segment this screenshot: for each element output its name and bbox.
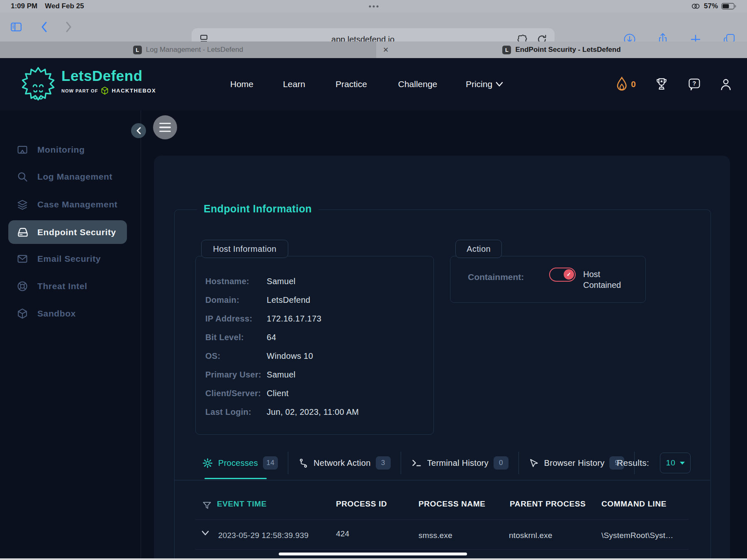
svg-text:?: ?	[693, 80, 696, 87]
caret-down-icon	[680, 462, 685, 465]
ipad-screen: 1:09 PM Wed Feb 25 57%	[0, 0, 747, 560]
date: Wed Feb 25	[45, 2, 84, 10]
clock: 1:09 PM	[11, 2, 37, 10]
branch-icon	[298, 458, 309, 469]
profile-button[interactable]	[719, 76, 733, 92]
flame-icon	[615, 76, 628, 92]
streak-flame-button[interactable]: 0	[615, 76, 636, 92]
logo-subtitle: NOW PART OF	[61, 88, 98, 93]
action-panel: Containment: ✓ Host Contained	[450, 256, 646, 303]
cell-event-time: 2023-05-29 12:58:39.939	[218, 531, 309, 540]
filter-funnel-icon[interactable]	[202, 500, 212, 511]
cell-command-line: \SystemRoot\Syst…	[601, 531, 673, 540]
detail-tabs: Processes 14 Network Action 3 Terminal H…	[195, 451, 635, 475]
site-header: LetsDefend NOW PART OF HACKTHEBOX Home L…	[0, 58, 747, 110]
logo-title: LetsDefend	[61, 64, 156, 88]
close-tab-icon[interactable]: ✕	[380, 45, 391, 55]
host-row-hostname: Hostname:Samuel	[196, 272, 433, 291]
nav-challenge[interactable]: Challenge	[398, 58, 438, 110]
tab-title: EndPoint Security - LetsDefend	[515, 46, 620, 54]
network-action-count-badge: 3	[376, 456, 391, 470]
home-indicator[interactable]	[279, 553, 467, 555]
sidebar-item-sandbox[interactable]: Sandbox	[0, 305, 141, 322]
sidebar-collapse-button[interactable]	[131, 123, 146, 138]
browser-toolbar: app.letsdefend.io	[0, 12, 747, 41]
column-header-event-time: EVENT TIME	[217, 499, 267, 509]
tab-favicon: L	[502, 46, 511, 54]
sidebar-toggle-button[interactable]	[10, 22, 22, 32]
tab-terminal-history[interactable]: Terminal History 0	[401, 456, 518, 470]
gear-icon	[202, 458, 213, 469]
app-sidebar: Monitoring Log Management Case Managemen…	[0, 110, 141, 560]
tab-processes[interactable]: Processes 14	[195, 456, 288, 470]
cell-process-name: smss.exe	[419, 531, 453, 540]
host-information-legend: Host Information	[201, 240, 288, 258]
table-divider	[195, 549, 689, 550]
layers-icon	[17, 199, 28, 210]
menu-hamburger-button[interactable]	[153, 115, 177, 139]
column-header-process-id: PROCESS ID	[336, 499, 387, 509]
tab-favicon: L	[133, 46, 142, 54]
cursor-icon	[529, 458, 539, 469]
action-legend: Action	[455, 240, 502, 258]
containment-toggle[interactable]: ✓	[549, 268, 576, 282]
table-row[interactable]: 2023-05-29 12:58:39.939 424 smss.exe nto…	[195, 523, 689, 549]
back-button[interactable]	[41, 21, 47, 33]
sidebar-item-email-security[interactable]: Email Security	[0, 251, 141, 267]
host-row-os: OS:Windows 10	[196, 347, 433, 365]
containment-label: Containment:	[468, 272, 524, 282]
toggle-check-icon: ✓	[564, 269, 574, 280]
hedgehog-logo-icon	[21, 64, 56, 104]
monitor-share-icon	[17, 144, 28, 156]
nav-pricing[interactable]: Pricing	[466, 58, 503, 110]
trophy-button[interactable]	[655, 76, 669, 92]
column-header-command-line: COMMAND LINE	[601, 499, 667, 509]
sidebar-item-case-management[interactable]: Case Management	[0, 196, 141, 213]
sidebar-item-threat-intel[interactable]: Threat Intel	[0, 278, 141, 295]
host-information-panel: Hostname:Samuel Domain:LetsDefend IP Add…	[195, 256, 434, 435]
terminal-icon	[411, 458, 422, 469]
cube-icon	[17, 308, 28, 319]
browser-tab-endpoint-security[interactable]: ✕ L EndPoint Security - LetsDefend	[376, 41, 747, 58]
hard-drive-icon	[17, 226, 29, 239]
nav-home[interactable]: Home	[230, 58, 253, 110]
results-per-page-select[interactable]: 10	[660, 453, 691, 473]
letsdefend-logo[interactable]: LetsDefend NOW PART OF HACKTHEBOX	[21, 64, 156, 104]
cell-process-id: 424	[336, 529, 349, 538]
help-button[interactable]: ?	[687, 76, 701, 92]
chevron-down-icon	[496, 82, 503, 87]
host-row-ip-address: IP Address:172.16.17.173	[196, 309, 433, 328]
tab-network-action[interactable]: Network Action 3	[288, 456, 401, 470]
section-title: Endpoint Information	[197, 203, 319, 215]
multitask-dots-icon[interactable]	[369, 5, 378, 7]
search-icon	[17, 171, 28, 183]
host-row-client-server: Client/Server:Client	[196, 384, 433, 403]
terminal-history-count-badge: 0	[494, 456, 509, 470]
envelope-icon	[17, 253, 28, 265]
screen-bottom-edge	[0, 558, 747, 560]
browser-tab-log-management[interactable]: L Log Management - LetsDefend	[0, 41, 376, 58]
browser-tab-bar: L Log Management - LetsDefend ✕ L EndPoi…	[0, 41, 747, 58]
logo-partner: HACKTHEBOX	[112, 88, 156, 94]
sidebar-item-monitoring[interactable]: Monitoring	[0, 141, 141, 158]
battery-percent: 57%	[704, 2, 718, 10]
battery-icon	[721, 3, 736, 10]
cell-parent-process: ntoskrnl.exe	[509, 531, 552, 540]
sidebar-item-endpoint-security[interactable]: Endpoint Security	[8, 220, 127, 244]
results-label: Results:	[617, 458, 649, 468]
host-row-bit-level: Bit Level:64	[196, 328, 433, 347]
forward-button[interactable]	[66, 21, 72, 33]
tab-title: Log Management - LetsDefend	[146, 46, 243, 54]
active-tab-underline	[204, 478, 267, 479]
processes-count-badge: 14	[263, 456, 278, 470]
nav-practice[interactable]: Practice	[336, 58, 367, 110]
nav-learn[interactable]: Learn	[283, 58, 305, 110]
sidebar-item-log-management[interactable]: Log Management	[0, 168, 141, 185]
row-expand-chevron-icon[interactable]	[201, 530, 209, 536]
column-header-process-name: PROCESS NAME	[419, 499, 485, 509]
status-bar: 1:09 PM Wed Feb 25 57%	[0, 0, 747, 12]
tabs-divider-line	[174, 480, 710, 480]
life-buoy-icon	[17, 280, 28, 292]
private-relay-link-icon	[691, 2, 701, 10]
host-row-primary-user: Primary User:Samuel	[196, 365, 433, 384]
